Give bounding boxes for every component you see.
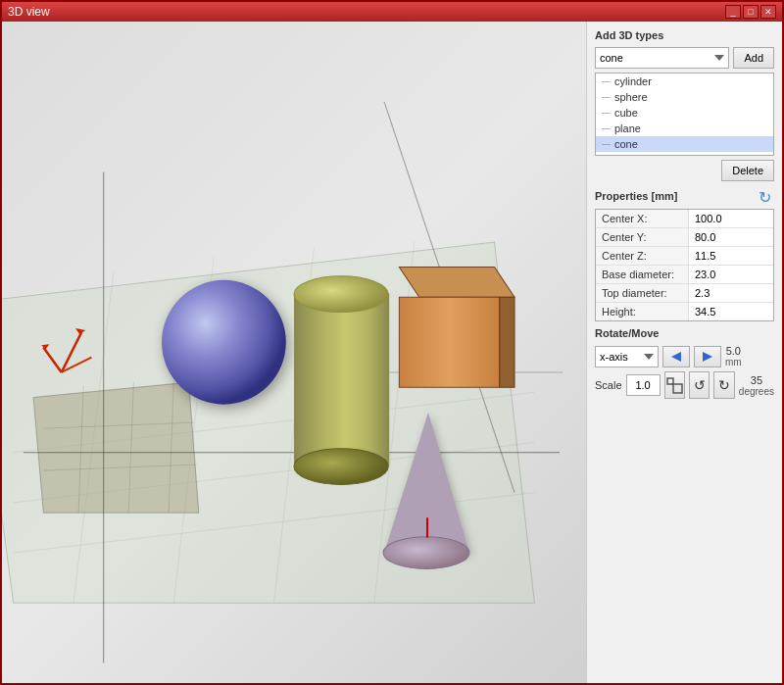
svg-marker-34 bbox=[703, 352, 712, 362]
prop-row-topdiam: Top diameter: 2.3 bbox=[596, 284, 773, 303]
list-item-sphere[interactable]: sphere bbox=[596, 89, 773, 105]
prop-row-height: Height: 34.5 bbox=[596, 303, 773, 320]
list-item-cube[interactable]: cube bbox=[596, 105, 773, 121]
close-button[interactable]: ✕ bbox=[760, 5, 776, 19]
scene-svg bbox=[2, 22, 586, 683]
svg-marker-28 bbox=[399, 297, 499, 387]
svg-marker-8 bbox=[33, 382, 199, 513]
prop-value-centery: 80.0 bbox=[689, 228, 773, 246]
prop-row-basediam: Base diameter: 23.0 bbox=[596, 266, 773, 284]
rotate-move-label: Rotate/Move bbox=[595, 327, 774, 339]
move-value-group: 5.0 mm bbox=[725, 345, 742, 367]
minimize-button[interactable]: _ bbox=[725, 5, 741, 19]
properties-header: Properties [mm] ↻ bbox=[595, 187, 774, 207]
properties-label: Properties [mm] bbox=[595, 190, 677, 202]
rotate-unit: degrees bbox=[739, 386, 774, 397]
maximize-button[interactable]: □ bbox=[743, 5, 759, 19]
rotate-cw-button[interactable]: ↻ bbox=[713, 371, 734, 399]
prop-label-centerz: Center Z: bbox=[596, 247, 689, 265]
prop-label-basediam: Base diameter: bbox=[596, 266, 689, 283]
rotate-value: 35 bbox=[751, 374, 762, 386]
prop-row-centerz: Center Z: 11.5 bbox=[596, 247, 773, 266]
scale-row: Scale ↺ ↻ 35 bbox=[595, 371, 774, 399]
shapes-listbox[interactable]: cylinder sphere cube plane cone bbox=[595, 73, 774, 156]
scale-input[interactable] bbox=[626, 374, 661, 396]
right-panel: Add 3D types cone cylinder sphere cube p… bbox=[586, 22, 782, 683]
svg-rect-24 bbox=[294, 292, 389, 467]
move-unit: mm bbox=[725, 357, 742, 367]
svg-point-25 bbox=[294, 276, 388, 313]
prop-row-centery: Center Y: 80.0 bbox=[596, 228, 773, 247]
svg-rect-35 bbox=[667, 378, 673, 384]
add-row: cone cylinder sphere cube plane Add bbox=[595, 47, 774, 69]
svg-marker-33 bbox=[671, 352, 681, 362]
list-item-cone[interactable]: cone bbox=[596, 136, 773, 152]
svg-point-23 bbox=[162, 280, 286, 405]
properties-table: Center X: 100.0 Center Y: 80.0 Center Z:… bbox=[595, 209, 774, 321]
3d-viewport[interactable] bbox=[2, 22, 586, 683]
prop-value-centerz: 11.5 bbox=[689, 247, 773, 265]
scale-icon-button[interactable] bbox=[664, 371, 685, 399]
add-section-label: Add 3D types bbox=[595, 29, 774, 41]
shape-dropdown[interactable]: cone cylinder sphere cube plane bbox=[595, 47, 729, 69]
move-left-button[interactable] bbox=[662, 346, 690, 367]
svg-marker-27 bbox=[399, 268, 514, 298]
refresh-button[interactable]: ↻ bbox=[755, 187, 774, 207]
prop-value-height: 34.5 bbox=[689, 303, 773, 320]
title-bar: 3D view _ □ ✕ bbox=[2, 2, 782, 22]
list-item-cylinder[interactable]: cylinder bbox=[596, 73, 773, 89]
prop-value-basediam: 23.0 bbox=[689, 266, 773, 283]
main-window: 3D view _ □ ✕ bbox=[0, 0, 784, 685]
properties-section: Properties [mm] ↻ Center X: 100.0 Center… bbox=[595, 187, 774, 321]
rotate-row: x-axis y-axis z-axis bbox=[595, 345, 774, 367]
prop-value-topdiam: 2.3 bbox=[689, 284, 773, 302]
delete-button[interactable]: Delete bbox=[721, 160, 774, 181]
prop-label-centery: Center Y: bbox=[596, 228, 689, 246]
svg-rect-36 bbox=[673, 384, 682, 393]
move-right-button[interactable] bbox=[694, 346, 721, 367]
main-area: Add 3D types cone cylinder sphere cube p… bbox=[2, 22, 782, 683]
prop-label-height: Height: bbox=[596, 303, 689, 320]
rotate-move-section: Rotate/Move x-axis y-axis z-axis bbox=[595, 327, 774, 399]
prop-label-topdiam: Top diameter: bbox=[596, 284, 689, 302]
add-button[interactable]: Add bbox=[733, 47, 774, 69]
title-bar-controls: _ □ ✕ bbox=[725, 5, 776, 19]
rotate-ccw-button[interactable]: ↺ bbox=[689, 371, 710, 399]
scale-label: Scale bbox=[595, 379, 622, 391]
window-title: 3D view bbox=[8, 5, 50, 19]
prop-value-centerx: 100.0 bbox=[689, 210, 773, 227]
rotate-value-group: 35 degrees bbox=[739, 374, 774, 397]
prop-label-centerx: Center X: bbox=[596, 210, 689, 227]
prop-row-centerx: Center X: 100.0 bbox=[596, 210, 773, 228]
move-value: 5.0 bbox=[726, 345, 741, 357]
axis-dropdown[interactable]: x-axis y-axis z-axis bbox=[595, 346, 659, 367]
add-3d-section: Add 3D types cone cylinder sphere cube p… bbox=[595, 29, 774, 181]
svg-point-31 bbox=[383, 537, 469, 569]
svg-marker-29 bbox=[500, 297, 514, 387]
list-item-plane[interactable]: plane bbox=[596, 121, 773, 136]
svg-point-26 bbox=[294, 449, 388, 485]
